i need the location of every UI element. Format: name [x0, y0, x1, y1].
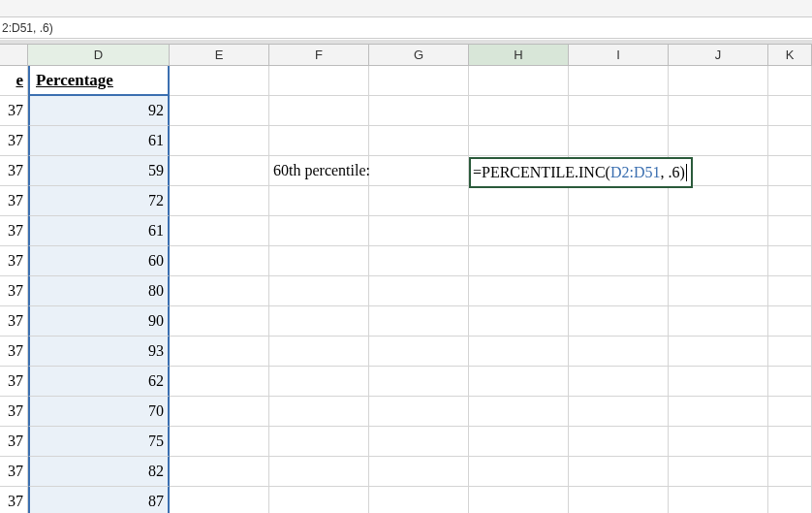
cell-col-c[interactable]: 37: [0, 487, 28, 513]
cell[interactable]: [269, 96, 369, 126]
cell[interactable]: [170, 487, 269, 513]
cell[interactable]: [669, 337, 768, 367]
cell[interactable]: [369, 246, 469, 276]
cell[interactable]: [170, 186, 269, 216]
col-header-H[interactable]: H: [469, 45, 569, 65]
cell[interactable]: [369, 276, 469, 306]
cell-col-c[interactable]: 37: [0, 276, 28, 306]
cell-percentage[interactable]: 87: [28, 487, 170, 513]
cell[interactable]: [170, 337, 269, 367]
cell[interactable]: [669, 246, 768, 276]
cell[interactable]: [569, 246, 669, 276]
cell[interactable]: [369, 156, 469, 186]
cell[interactable]: [369, 457, 469, 487]
col-header-G[interactable]: G: [369, 45, 469, 65]
cell[interactable]: [469, 427, 569, 457]
cell[interactable]: [469, 367, 569, 397]
cell[interactable]: [669, 96, 768, 126]
cell[interactable]: [170, 66, 269, 96]
cell-col-c[interactable]: 37: [0, 427, 28, 457]
cell-percentage[interactable]: 60: [28, 246, 170, 276]
col-header-I[interactable]: I: [569, 45, 669, 65]
cell-percentage[interactable]: 61: [28, 216, 170, 246]
cell-col-c[interactable]: 37: [0, 337, 28, 367]
cell[interactable]: [569, 66, 669, 96]
cell[interactable]: [669, 427, 768, 457]
cell[interactable]: [669, 216, 768, 246]
cell[interactable]: [669, 397, 768, 427]
cell[interactable]: [768, 96, 812, 126]
cell-percentage[interactable]: 62: [28, 367, 170, 397]
cell-percentage[interactable]: 90: [28, 306, 170, 337]
cell[interactable]: [768, 276, 812, 306]
cell-percentage[interactable]: 70: [28, 397, 170, 427]
cell-percentage[interactable]: 75: [28, 427, 170, 457]
cell-percentage[interactable]: 92: [28, 96, 170, 126]
cell-percentage[interactable]: 82: [28, 457, 170, 487]
cell-percentage[interactable]: 59: [28, 156, 170, 186]
cell[interactable]: [369, 487, 469, 513]
cell[interactable]: [269, 337, 369, 367]
cell[interactable]: [569, 487, 669, 513]
cell-col-c[interactable]: 37: [0, 96, 28, 126]
cell[interactable]: [768, 457, 812, 487]
cell[interactable]: [669, 276, 768, 306]
cell[interactable]: [369, 96, 469, 126]
cell[interactable]: 60th percentile:: [269, 156, 369, 186]
cell[interactable]: [669, 457, 768, 487]
cell[interactable]: [269, 457, 369, 487]
cell[interactable]: [170, 397, 269, 427]
cell[interactable]: [469, 126, 569, 156]
cell[interactable]: [569, 427, 669, 457]
cell[interactable]: [170, 306, 269, 337]
col-header-F[interactable]: F: [269, 45, 369, 65]
cell[interactable]: [669, 306, 768, 337]
cell[interactable]: [469, 306, 569, 337]
col-header-K[interactable]: K: [768, 45, 812, 65]
cell-percentage[interactable]: 72: [28, 186, 170, 216]
cell-col-c[interactable]: 37: [0, 306, 28, 337]
formula-edit-box[interactable]: =PERCENTILE.INC(D2:D51, .6): [469, 157, 693, 188]
cell[interactable]: [469, 186, 569, 216]
cell[interactable]: [369, 427, 469, 457]
cell[interactable]: [369, 367, 469, 397]
cell[interactable]: [569, 276, 669, 306]
formula-bar[interactable]: 2:D51, .6): [0, 17, 812, 39]
cell-col-c[interactable]: 37: [0, 186, 28, 216]
cell[interactable]: [768, 66, 812, 96]
cell[interactable]: [269, 246, 369, 276]
cell[interactable]: [768, 156, 812, 186]
cell-percentage[interactable]: 80: [28, 276, 170, 306]
cell[interactable]: [768, 306, 812, 337]
cell[interactable]: [569, 96, 669, 126]
cell[interactable]: [669, 126, 768, 156]
cell[interactable]: [768, 427, 812, 457]
cell[interactable]: [768, 216, 812, 246]
cell[interactable]: [469, 487, 569, 513]
cell[interactable]: [768, 337, 812, 367]
cell[interactable]: [569, 126, 669, 156]
cell[interactable]: [469, 216, 569, 246]
cell[interactable]: [469, 276, 569, 306]
cell-col-c[interactable]: 37: [0, 216, 28, 246]
cell[interactable]: [269, 367, 369, 397]
cell[interactable]: [768, 367, 812, 397]
cell[interactable]: [469, 96, 569, 126]
cell[interactable]: [170, 96, 269, 126]
cell[interactable]: [269, 216, 369, 246]
cell[interactable]: [269, 487, 369, 513]
cell-header-partial[interactable]: e: [0, 66, 28, 96]
cell[interactable]: [569, 306, 669, 337]
cell[interactable]: [170, 246, 269, 276]
cell[interactable]: [170, 156, 269, 186]
cell[interactable]: [170, 367, 269, 397]
cell[interactable]: [469, 337, 569, 367]
cell[interactable]: [569, 216, 669, 246]
spreadsheet-grid[interactable]: D E F G H I J K e Percentage 37923761375…: [0, 45, 812, 513]
cell-percentage[interactable]: 61: [28, 126, 170, 156]
cell-header-percentage[interactable]: Percentage: [28, 66, 170, 96]
cell-col-c[interactable]: 37: [0, 367, 28, 397]
cell[interactable]: [170, 457, 269, 487]
cell[interactable]: [369, 66, 469, 96]
cell[interactable]: [269, 66, 369, 96]
